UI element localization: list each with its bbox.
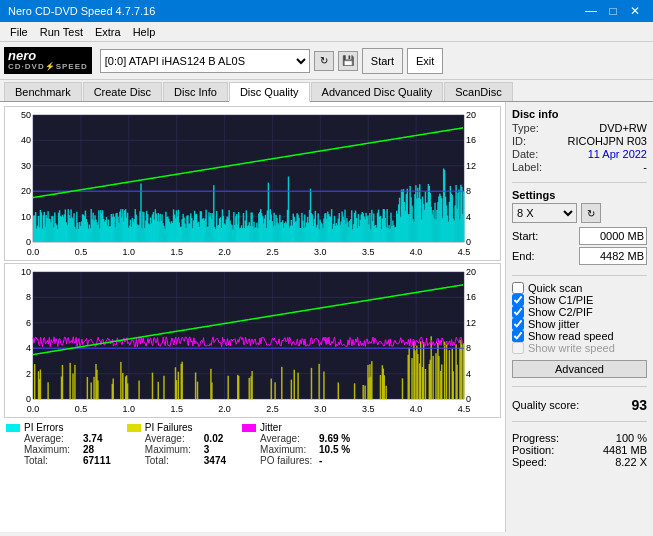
- disc-id-val: RICOHJPN R03: [568, 135, 647, 147]
- show-read-checkbox[interactable]: [512, 330, 524, 342]
- start-label: Start:: [512, 230, 538, 242]
- jitter-avg: 9.69 %: [319, 433, 350, 444]
- disc-label-val: -: [643, 161, 647, 173]
- quick-scan-label: Quick scan: [528, 282, 582, 294]
- po-failures-label: PO failures:: [260, 455, 315, 466]
- checkboxes-section: Quick scan Show C1/PIE Show C2/PIF Show …: [512, 282, 647, 354]
- end-field-row: End:: [512, 247, 647, 265]
- disc-type-key: Type:: [512, 122, 539, 134]
- quick-scan-row: Quick scan: [512, 282, 647, 294]
- toolbar: nero CD·DVD⚡SPEED [0:0] ATAPI iHAS124 B …: [0, 42, 653, 80]
- pi-errors-max: 28: [83, 444, 94, 455]
- pi-failures-total-label: Total:: [145, 455, 200, 466]
- progress-label: Progress:: [512, 432, 559, 444]
- main-content: PI Errors Average: 3.74 Maximum: 28 Tota…: [0, 102, 653, 532]
- show-c2pif-label: Show C2/PIF: [528, 306, 593, 318]
- disc-id-key: ID:: [512, 135, 526, 147]
- tab-bar: Benchmark Create Disc Disc Info Disc Qua…: [0, 80, 653, 102]
- disc-label-key: Label:: [512, 161, 542, 173]
- tab-advanced-disc-quality[interactable]: Advanced Disc Quality: [311, 82, 444, 101]
- bottom-chart: [4, 263, 501, 418]
- top-chart: [4, 106, 501, 261]
- tab-benchmark[interactable]: Benchmark: [4, 82, 82, 101]
- disc-id-row: ID: RICOHJPN R03: [512, 135, 647, 148]
- tab-discinfo[interactable]: Disc Info: [163, 82, 228, 101]
- disc-type-val: DVD+RW: [599, 122, 647, 134]
- legend-pi-errors: PI Errors Average: 3.74 Maximum: 28 Tota…: [6, 422, 111, 466]
- tab-discquality[interactable]: Disc Quality: [229, 82, 310, 102]
- speed-refresh-button[interactable]: ↻: [581, 203, 601, 223]
- disc-date-row: Date: 11 Apr 2022: [512, 148, 647, 161]
- show-c1pie-row: Show C1/PIE: [512, 294, 647, 306]
- save-icon[interactable]: 💾: [338, 51, 358, 71]
- speed-select[interactable]: 8 X Max 1 X 2 X 4 X 6 X: [512, 203, 577, 223]
- pi-failures-max: 3: [204, 444, 210, 455]
- divider1: [512, 182, 647, 183]
- jitter-color: [242, 424, 256, 432]
- right-panel: Disc info Type: DVD+RW ID: RICOHJPN R03 …: [505, 102, 653, 532]
- show-c2pif-checkbox[interactable]: [512, 306, 524, 318]
- pi-failures-color: [127, 424, 141, 432]
- pi-failures-max-label: Maximum:: [145, 444, 200, 455]
- quality-score-value: 93: [631, 397, 647, 413]
- refresh-icon[interactable]: ↻: [314, 51, 334, 71]
- quality-score-row: Quality score: 93: [512, 397, 647, 413]
- show-c1pie-checkbox[interactable]: [512, 294, 524, 306]
- jitter-max-label: Maximum:: [260, 444, 315, 455]
- pi-errors-avg-label: Average:: [24, 433, 79, 444]
- show-read-row: Show read speed: [512, 330, 647, 342]
- show-c2pif-row: Show C2/PIF: [512, 306, 647, 318]
- tab-createdisc[interactable]: Create Disc: [83, 82, 162, 101]
- position-row: Position: 4481 MB: [512, 444, 647, 456]
- disc-info-title: Disc info: [512, 108, 647, 120]
- show-write-label: Show write speed: [528, 342, 615, 354]
- exit-button[interactable]: Exit: [407, 48, 443, 74]
- nero-logo: nero CD·DVD⚡SPEED: [4, 47, 92, 74]
- pi-errors-total: 67111: [83, 455, 111, 466]
- advanced-button[interactable]: Advanced: [512, 360, 647, 378]
- menu-runtest[interactable]: Run Test: [34, 24, 89, 40]
- divider2: [512, 275, 647, 276]
- pi-failures-label: PI Failures: [145, 422, 193, 433]
- pi-errors-max-label: Maximum:: [24, 444, 79, 455]
- tab-scandisc[interactable]: ScanDisc: [444, 82, 512, 101]
- close-button[interactable]: ✕: [625, 3, 645, 19]
- settings-title: Settings: [512, 189, 647, 201]
- progress-section: Progress: 100 % Position: 4481 MB Speed:…: [512, 432, 647, 468]
- minimize-button[interactable]: —: [581, 3, 601, 19]
- end-input[interactable]: [579, 247, 647, 265]
- po-failures-value: -: [319, 455, 322, 466]
- pi-errors-total-label: Total:: [24, 455, 79, 466]
- speed-value: 8.22 X: [615, 456, 647, 468]
- divider4: [512, 421, 647, 422]
- show-jitter-checkbox[interactable]: [512, 318, 524, 330]
- disc-date-val: 11 Apr 2022: [588, 148, 647, 160]
- start-input[interactable]: [579, 227, 647, 245]
- menu-extra[interactable]: Extra: [89, 24, 127, 40]
- titlebar-title: Nero CD-DVD Speed 4.7.7.16: [8, 5, 155, 17]
- progress-row: Progress: 100 %: [512, 432, 647, 444]
- show-read-label: Show read speed: [528, 330, 614, 342]
- menubar: File Run Test Extra Help: [0, 22, 653, 42]
- show-write-row: Show write speed: [512, 342, 647, 354]
- pi-errors-label: PI Errors: [24, 422, 63, 433]
- progress-value: 100 %: [616, 432, 647, 444]
- speed-label: Speed:: [512, 456, 547, 468]
- charts-area: PI Errors Average: 3.74 Maximum: 28 Tota…: [0, 102, 505, 532]
- start-button[interactable]: Start: [362, 48, 403, 74]
- pi-errors-color: [6, 424, 20, 432]
- end-label: End:: [512, 250, 535, 262]
- settings-section: Settings 8 X Max 1 X 2 X 4 X 6 X ↻ Start…: [512, 189, 647, 267]
- divider3: [512, 386, 647, 387]
- show-c1pie-label: Show C1/PIE: [528, 294, 593, 306]
- maximize-button[interactable]: □: [603, 3, 623, 19]
- quick-scan-checkbox[interactable]: [512, 282, 524, 294]
- menu-help[interactable]: Help: [127, 24, 162, 40]
- show-jitter-row: Show jitter: [512, 318, 647, 330]
- jitter-label: Jitter: [260, 422, 282, 433]
- menu-file[interactable]: File: [4, 24, 34, 40]
- drive-select[interactable]: [0:0] ATAPI iHAS124 B AL0S: [100, 49, 310, 73]
- pi-errors-avg: 3.74: [83, 433, 102, 444]
- pi-failures-total: 3474: [204, 455, 226, 466]
- disc-date-key: Date:: [512, 148, 538, 160]
